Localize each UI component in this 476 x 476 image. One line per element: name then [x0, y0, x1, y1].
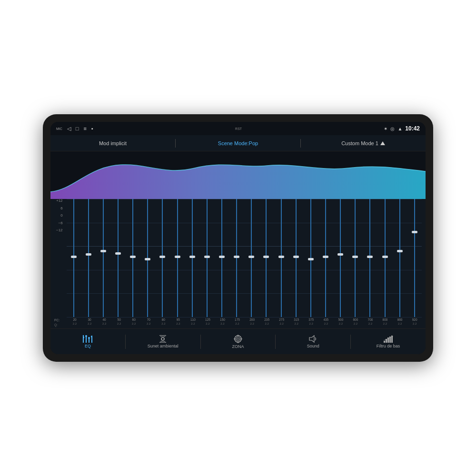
scale-neg12-label: −12 — [56, 228, 63, 232]
scale-neg6-label: −6 — [56, 221, 63, 225]
sliders-row[interactable] — [67, 199, 422, 317]
slider-handle-70[interactable] — [145, 258, 150, 260]
slider-col-40[interactable] — [96, 199, 110, 317]
slider-handle-110[interactable] — [189, 256, 195, 258]
slider-col-110[interactable] — [185, 199, 199, 317]
slider-handle-800[interactable] — [382, 256, 388, 258]
nav-item-zona[interactable]: ZONA — [201, 333, 276, 351]
menu-icon[interactable]: ≡ — [84, 126, 87, 131]
slider-handle-95[interactable] — [175, 256, 180, 258]
svg-rect-3 — [86, 337, 87, 343]
slider-handle-375[interactable] — [308, 258, 314, 260]
slider-handle-500[interactable] — [337, 253, 343, 256]
slider-track-800 — [385, 199, 386, 317]
slider-col-235[interactable] — [259, 199, 273, 317]
nav-item-filtru[interactable]: Filtru de bas — [351, 333, 426, 350]
slider-handle-200[interactable] — [248, 256, 254, 258]
slider-handle-125[interactable] — [204, 256, 210, 258]
slider-track-375 — [310, 199, 311, 317]
slider-handle-60[interactable] — [130, 256, 136, 258]
recent-icon[interactable]: ▪ — [91, 126, 93, 131]
slider-handle-80[interactable] — [159, 256, 165, 258]
freq-values: 202.2302.2402.2502.2602.2702.2802.2952.2… — [68, 318, 422, 327]
slider-handle-275[interactable] — [278, 256, 284, 258]
slider-handle-30[interactable] — [86, 253, 91, 256]
slider-col-175[interactable] — [229, 199, 244, 317]
slider-handle-435[interactable] — [323, 256, 328, 258]
rst-label: RST — [235, 127, 242, 130]
svg-rect-5 — [89, 338, 89, 343]
scale-0-label: 0 — [56, 214, 63, 218]
eq-sliders-area: +12 6 0 −6 −12 — [50, 199, 426, 328]
freq-fc-q-235: 2352.2 — [260, 318, 274, 327]
freq-fc-q-175: 1752.2 — [230, 318, 245, 327]
slider-handle-20[interactable] — [71, 256, 77, 258]
slider-col-30[interactable] — [81, 199, 96, 317]
slider-handle-40[interactable] — [100, 250, 106, 252]
slider-col-50[interactable] — [111, 199, 125, 317]
slider-col-125[interactable] — [200, 199, 214, 317]
slider-handle-860[interactable] — [397, 250, 403, 252]
back-icon[interactable]: ◁ — [67, 126, 71, 132]
scene-mode[interactable]: Scene Mode:Pop — [176, 139, 300, 148]
slider-track-275 — [281, 199, 282, 317]
slider-col-95[interactable] — [170, 199, 185, 317]
nav-label-sunet: Sunet ambiental — [148, 344, 178, 348]
mic-label: MIC — [56, 127, 62, 130]
slider-col-20[interactable] — [67, 199, 81, 317]
scale-12-label: +12 — [56, 199, 63, 203]
slider-col-70[interactable] — [140, 199, 155, 317]
bluetooth-icon: ✶ — [384, 126, 387, 131]
slider-handle-920[interactable] — [412, 231, 417, 233]
slider-col-435[interactable] — [318, 199, 333, 317]
slider-track-20 — [73, 199, 74, 317]
slider-track-40 — [103, 199, 104, 317]
expand-icon — [380, 141, 385, 145]
slider-track-500 — [340, 199, 341, 317]
slider-col-600[interactable] — [348, 199, 362, 317]
wifi-icon: ▲ — [397, 126, 402, 131]
slider-track-435 — [325, 199, 326, 317]
slider-col-80[interactable] — [155, 199, 169, 317]
slider-track-80 — [162, 199, 163, 317]
bottom-nav: EQ Sunet ambiental — [50, 328, 426, 354]
slider-handle-600[interactable] — [352, 256, 358, 258]
nav-item-sunet[interactable]: Sunet ambiental — [126, 333, 200, 350]
fc-q-prefix: FC: Q: 202.2302.2402.2502.2602.2702.2802… — [54, 318, 422, 328]
slider-col-60[interactable] — [126, 199, 140, 317]
slider-col-150[interactable] — [215, 199, 229, 317]
slider-col-800[interactable] — [378, 199, 392, 317]
slider-col-200[interactable] — [244, 199, 258, 317]
slider-handle-315[interactable] — [293, 256, 299, 258]
slider-handle-700[interactable] — [367, 256, 373, 258]
slider-col-920[interactable] — [407, 199, 422, 317]
slider-handle-150[interactable] — [219, 256, 225, 258]
svg-point-2 — [83, 337, 84, 338]
slider-col-315[interactable] — [289, 199, 303, 317]
slider-col-500[interactable] — [333, 199, 347, 317]
target-icon — [234, 335, 242, 343]
slider-col-700[interactable] — [363, 199, 377, 317]
slider-col-860[interactable] — [393, 199, 407, 317]
freq-fc-q-315: 3152.2 — [289, 318, 304, 327]
slider-handle-235[interactable] — [263, 256, 269, 258]
custom-mode[interactable]: Custom Mode 1 — [301, 139, 426, 148]
freq-fc-q-125: 1252.2 — [200, 318, 215, 327]
slider-handle-175[interactable] — [234, 256, 239, 258]
bars-icon — [384, 335, 393, 343]
slider-track-30 — [88, 199, 89, 317]
slider-track-700 — [369, 199, 370, 317]
mod-implicit[interactable]: Mod implicit — [50, 139, 175, 148]
home-icon[interactable]: □ — [76, 126, 79, 131]
freq-fc-q-20: 202.2 — [68, 318, 82, 327]
nav-item-eq[interactable]: EQ — [50, 333, 125, 350]
scale-y: +12 6 0 −6 −12 — [54, 199, 65, 232]
svg-rect-0 — [83, 338, 84, 343]
location-icon: ◎ — [390, 126, 395, 131]
fc-prefix: FC: — [54, 318, 68, 323]
slider-col-375[interactable] — [304, 199, 318, 317]
slider-handle-50[interactable] — [115, 252, 121, 255]
slider-col-275[interactable] — [274, 199, 288, 317]
freq-fc-q-40: 402.2 — [97, 318, 111, 327]
nav-item-sound[interactable]: Sound — [276, 333, 350, 350]
